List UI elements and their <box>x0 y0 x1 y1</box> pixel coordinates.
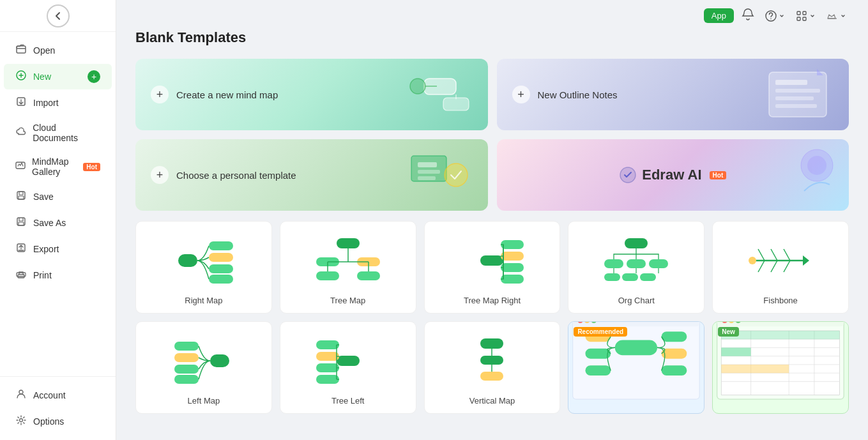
sidebar-item-label-save: Save <box>33 192 54 202</box>
template-right-map[interactable]: Right Map <box>135 221 272 314</box>
sidebar-item-cloud[interactable]: Cloud Documents <box>4 116 112 149</box>
account-icon <box>15 389 27 402</box>
svg-rect-31 <box>418 170 440 174</box>
svg-rect-24 <box>769 72 826 117</box>
svg-rect-32 <box>418 176 436 180</box>
fishbone-preview <box>720 232 841 289</box>
sidebar-item-label-cloud: Cloud Documents <box>33 123 100 143</box>
right-map-preview <box>144 232 264 289</box>
sidebar-item-label-account: Account <box>33 390 66 400</box>
svg-rect-76 <box>316 352 339 361</box>
new-outline-card[interactable]: + New Outline Notes <box>497 59 849 130</box>
svg-rect-116 <box>721 347 750 356</box>
outline-plus-icon: + <box>512 86 530 103</box>
template-tree-map[interactable]: Tree Map <box>280 221 416 314</box>
svg-rect-82 <box>480 356 503 365</box>
sidebar-item-open[interactable]: Open <box>4 38 112 63</box>
svg-rect-0 <box>17 46 26 53</box>
template-tree-map-right[interactable]: Tree Map Right <box>424 221 561 314</box>
sidebar-item-options[interactable]: Options <box>4 409 112 434</box>
svg-rect-8 <box>19 222 24 225</box>
svg-rect-27 <box>775 96 814 100</box>
personal-plus-icon: + <box>151 166 169 184</box>
template-row-2: Left Map Tree L <box>135 321 849 414</box>
sidebar-item-mindmap-gallery[interactable]: MindMap Gallery Hot <box>4 150 112 183</box>
template-tree-left[interactable]: Tree Left <box>280 321 416 414</box>
template-org-chart[interactable]: Org Chart <box>568 221 704 314</box>
template-fishbone[interactable]: Fishbone <box>712 221 849 314</box>
create-mindmap-card[interactable]: + Create a new mind map <box>135 59 488 130</box>
tree-left-preview <box>288 332 408 390</box>
tree-map-right-label: Tree Map Right <box>464 296 521 305</box>
edraw-ai-card[interactable]: Edraw AI Hot <box>497 139 849 211</box>
svg-rect-45 <box>316 271 339 280</box>
app-button[interactable]: App <box>704 8 734 23</box>
save-as-icon <box>15 216 27 229</box>
svg-rect-42 <box>337 238 360 248</box>
svg-point-33 <box>445 163 468 186</box>
hero-mindmap-label: Create a new mind map <box>176 89 278 100</box>
sidebar-item-label-export: Export <box>33 244 59 254</box>
org-chart-preview <box>576 232 696 289</box>
svg-rect-92 <box>615 340 657 356</box>
personal-template-card[interactable]: + Choose a personal template <box>135 139 488 211</box>
svg-rect-53 <box>625 238 648 248</box>
bell-icon[interactable] <box>739 5 757 26</box>
svg-rect-94 <box>586 349 611 359</box>
new-icon <box>15 70 27 83</box>
svg-rect-51 <box>501 275 524 284</box>
svg-point-23 <box>410 79 425 94</box>
svg-rect-57 <box>604 273 620 281</box>
help-icon[interactable] <box>762 7 788 25</box>
tree-map-preview <box>288 232 408 289</box>
import-icon <box>15 96 27 109</box>
sidebar-item-label-new: New <box>33 72 51 82</box>
sidebar-item-import[interactable]: Import <box>4 90 112 116</box>
svg-rect-46 <box>357 271 380 280</box>
sidebar-item-account[interactable]: Account <box>4 383 112 408</box>
hero-mindmap-deco <box>399 59 475 130</box>
template-vertical-map[interactable]: Vertical Map <box>424 321 561 414</box>
crown-icon[interactable] <box>823 7 849 25</box>
sidebar-item-save[interactable]: Save <box>4 184 112 209</box>
hero-personal-deco <box>399 139 475 211</box>
sidebar-item-label-options: Options <box>33 416 64 427</box>
svg-rect-105 <box>721 331 839 395</box>
main-content: App Blank Templates + Create a new mind … <box>116 0 868 440</box>
svg-rect-58 <box>622 273 638 281</box>
svg-rect-28 <box>775 104 817 108</box>
svg-point-12 <box>23 274 24 275</box>
hero-personal-label: Choose a personal template <box>176 170 296 181</box>
hero-plus-icon: + <box>151 86 169 103</box>
svg-rect-6 <box>19 196 24 199</box>
options-icon <box>15 415 27 428</box>
new-badge: New <box>718 327 739 337</box>
grid-icon[interactable] <box>793 7 818 25</box>
open-icon <box>15 44 27 57</box>
sidebar-item-export[interactable]: Export <box>4 236 112 262</box>
template-left-map[interactable]: Left Map <box>135 321 272 414</box>
svg-rect-59 <box>640 273 656 281</box>
sidebar-item-print[interactable]: Print <box>4 262 112 288</box>
template-recommended[interactable]: Recommended <box>568 321 704 414</box>
edraw-ai-text: Edraw AI <box>642 167 701 183</box>
template-new[interactable]: New <box>712 321 849 414</box>
print-icon <box>15 269 27 282</box>
left-map-preview <box>144 332 264 390</box>
svg-rect-56 <box>649 259 668 268</box>
svg-rect-98 <box>662 365 687 376</box>
sidebar-item-save-as[interactable]: Save As <box>4 210 112 236</box>
svg-rect-55 <box>627 259 646 268</box>
edraw-ai-label: Edraw AI Hot <box>619 166 726 184</box>
new-plus-button[interactable]: + <box>88 70 100 83</box>
svg-rect-39 <box>209 253 233 262</box>
sidebar-item-new[interactable]: New + <box>4 64 112 89</box>
hot-badge: Hot <box>83 163 100 171</box>
right-map-label: Right Map <box>185 296 222 305</box>
back-button[interactable] <box>47 4 70 27</box>
svg-rect-37 <box>178 254 197 267</box>
sidebar: Open New + Import Cloud Documents Mind <box>0 0 116 440</box>
svg-rect-50 <box>501 263 524 272</box>
svg-line-63 <box>771 249 777 261</box>
svg-rect-48 <box>501 240 524 249</box>
